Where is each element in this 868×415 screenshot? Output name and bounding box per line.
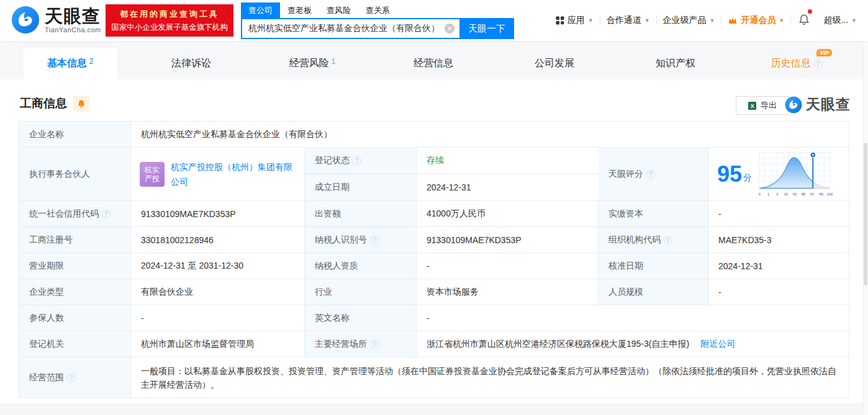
promo-line1: 都在用的商业查询工具 [106,9,233,20]
staff-size-label: 人员规模 [599,279,708,305]
tab-operating-risk[interactable]: 经营风险 1 [266,48,359,79]
paidin-capital-label: 实缴资本 [599,201,708,226]
capital-value: 41000万人民币 [417,201,599,226]
svg-text:X: X [750,103,754,109]
scrollbar-thumb[interactable] [864,143,867,285]
registration-authority-value: 杭州市萧山区市场监督管理局 [131,331,305,357]
scrollbar[interactable] [863,0,868,415]
help-icon[interactable] [646,170,655,179]
promo-line2: 国家中小企业发展子基金旗下机构 [106,22,233,33]
help-icon[interactable] [664,236,672,244]
export-button[interactable]: X 导出 [736,96,789,115]
tab-history-info[interactable]: 历史信息 VIP [750,48,843,79]
nav-enterprise-label: 企业级产品 [663,15,707,26]
nav-super-vip-label: 超级... [823,15,848,26]
insured-count-value: - [131,305,305,331]
business-scope-label: 经营范围 [19,357,131,398]
help-icon[interactable] [353,156,361,165]
table-row: 营业期限 2024-12-31 至 2031-12-30 纳税人资质 - 核准日… [19,253,849,279]
notification-dot [808,9,812,14]
partner-cell: 杭实 产投 杭实产投控股（杭州）集团有限公司 [131,148,305,200]
nav-apps[interactable]: 应用▼ [549,15,600,26]
nav-apps-label: 应用 [567,15,585,26]
top-header: 天眼查 TianYanCha.com 都在用的商业查询工具 国家中小企业发展子基… [0,0,868,41]
nav-super-vip[interactable]: 超级...▼ [817,15,863,26]
chevron-down-icon: ▼ [851,17,857,24]
brand-name: 天眼查 [45,7,101,25]
score-unit: 分 [743,172,752,184]
section-title: 工商信息 [20,96,67,112]
org-code-label: 组织机构代码 [599,227,708,252]
tab-legal-proceedings[interactable]: 法律诉讼 [145,48,238,79]
tianyancha-logo-icon [11,6,40,34]
help-icon[interactable] [370,236,379,244]
search-tab-risk[interactable]: 查风险 [319,2,358,18]
industry-value: 资本市场服务 [417,279,599,305]
help-icon[interactable] [814,60,823,68]
paidin-capital-value: - [708,201,849,226]
score-axis-ticks: 0 1 3 15 50 85 97 99 100 [759,192,833,196]
monitor-bell-button[interactable] [73,96,89,112]
help-icon[interactable] [67,373,76,382]
table-row: 登记机关 杭州市萧山区市场监督管理局 主要经营场所 浙江省杭州市萧山区杭州空港经… [19,331,849,357]
help-icon[interactable] [370,340,379,349]
nearby-companies-link[interactable]: 附近公司 [700,339,735,350]
tab-history-label: 历史信息 [771,57,811,70]
search-input[interactable] [241,18,459,39]
watermark-logo: 天眼查 [785,95,851,114]
table-row: 工商注册号 330181002128946 纳税人识别号 91330109MAE… [19,227,849,253]
registration-status-value: 存续 [417,148,599,174]
tab-operating-info[interactable]: 经营信息 [387,48,480,79]
search-tab-relation[interactable]: 查关系 [358,2,397,18]
svg-text:1: 1 [767,192,769,196]
search-tabs: 查公司 查老板 查风险 查关系 [241,2,514,18]
help-icon[interactable] [102,210,111,218]
business-address-cell: 浙江省杭州市萧山区杭州空港经济区保税路保税大厦195-3(自主申报) 附近公司 [417,331,849,357]
taxpayer-id-value: 91330109MAE7KD353P [417,227,599,252]
score-cell: 95 分 0 [708,148,849,200]
registration-authority-label: 登记机关 [19,331,131,357]
clear-search-icon[interactable]: ✕ [445,24,454,33]
registration-number-value: 330181002128946 [131,227,305,252]
promo-banner: 都在用的商业查询工具 国家中小企业发展子基金旗下机构 [106,4,233,37]
tab-risk-count: 1 [332,57,336,66]
search-tab-company[interactable]: 查公司 [241,2,280,18]
tianyancha-logo[interactable]: 天眼查 TianYanCha.com [11,6,101,34]
tab-legal-label: 法律诉讼 [171,57,211,70]
tab-intellectual-property[interactable]: 知识产权 [629,48,722,79]
search-button[interactable]: 天眼一下 [459,18,514,39]
nav-cooperation-label: 合作通道 [607,15,641,26]
taxpayer-quality-value: - [417,253,599,279]
credit-code-value: 91330109MAE7KD353P [131,201,305,226]
tab-company-development[interactable]: 公司发展 [508,48,601,79]
page-bottom-strip [0,403,868,415]
credit-code-label: 统一社会信用代码 [19,201,131,226]
partner-company-link[interactable]: 杭实产投控股（杭州）集团有限公司 [171,159,296,189]
svg-text:3: 3 [776,192,778,196]
tab-risk-label: 经营风险 [289,57,329,70]
english-name-value: - [417,305,849,331]
company-name-value: 杭州杭实低空产业私募基金合伙企业（有限合伙） [131,122,849,147]
search-tab-boss[interactable]: 查老板 [280,2,319,18]
nav-enterprise-products[interactable]: 企业级产品▼ [657,15,721,26]
nav-open-membership[interactable]: 开通会员▼ [721,15,790,26]
nav-cooperation[interactable]: 合作通道▼ [600,15,656,26]
business-address-label: 主要经营场所 [305,331,417,357]
vip-badge: VIP [816,49,832,56]
business-address-value: 浙江省杭州市萧山区杭州空港经济区保税路保税大厦195-3(自主申报) [427,339,689,350]
business-scope-value: 一般项目：以私募基金从事股权投资、投资管理、资产管理等活动（须在中国证券投资基金… [141,364,839,391]
notifications-button[interactable] [791,14,817,28]
taxpayer-quality-label: 纳税人资质 [305,253,417,279]
svg-text:15: 15 [784,192,788,196]
english-name-label: 英文名称 [305,305,417,331]
score-label: 天眼评分 [599,148,708,200]
chevron-down-icon: ▼ [588,17,594,24]
svg-text:99: 99 [819,192,823,196]
company-tab-bar: 基本信息 2 法律诉讼 经营风险 1 经营信息 公司发展 知识产权 历史信息 V… [0,41,868,79]
partner-company-avatar[interactable]: 杭实 产投 [140,162,165,187]
staff-size-value: - [708,279,849,305]
table-row: 执行事务合伙人 杭实 产投 杭实产投控股（杭州）集团有限公司 登记状态 存续 成… [19,148,849,201]
tab-basic-info[interactable]: 基本信息 2 [24,48,117,79]
business-term-label: 营业期限 [19,253,131,279]
table-row: 经营范围 一般项目：以私募基金从事股权投资、投资管理、资产管理等活动（须在中国证… [19,357,849,398]
